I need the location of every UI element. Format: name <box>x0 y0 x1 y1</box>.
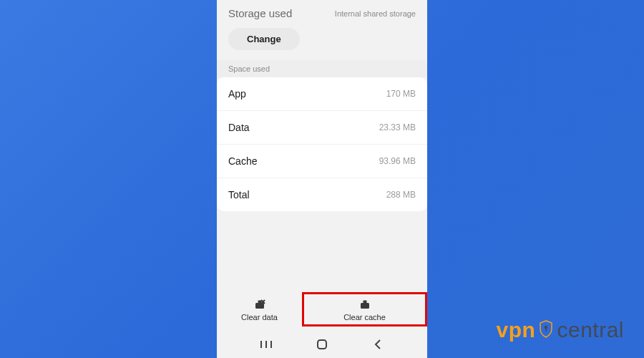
nav-recents-button[interactable] <box>258 337 274 352</box>
android-navbar <box>217 331 427 358</box>
clear-cache-icon <box>358 297 372 311</box>
clear-data-label: Clear data <box>241 313 278 321</box>
row-app-label: App <box>228 88 246 100</box>
storage-header: Storage used Internal shared storage <box>217 0 427 28</box>
space-used-list: App 170 MB Data 23.33 MB Cache 93.96 MB … <box>217 77 427 211</box>
clear-data-button[interactable]: Clear data <box>217 292 302 326</box>
row-data: Data 23.33 MB <box>217 111 427 145</box>
row-total-label: Total <box>228 189 250 200</box>
clear-data-icon <box>253 297 267 311</box>
row-total: Total 288 MB <box>217 178 427 211</box>
row-total-value: 288 MB <box>386 190 416 200</box>
storage-location-label: Internal shared storage <box>335 9 416 18</box>
nav-back-button[interactable] <box>370 337 386 352</box>
clear-cache-label: Clear cache <box>343 313 386 321</box>
watermark-shield-icon <box>538 319 554 342</box>
row-cache-value: 93.96 MB <box>379 156 416 166</box>
watermark: vpn central <box>497 318 624 342</box>
spacer <box>217 211 427 288</box>
svg-rect-11 <box>546 328 547 332</box>
row-data-label: Data <box>228 122 250 133</box>
watermark-central: central <box>557 318 624 342</box>
svg-rect-9 <box>318 340 326 349</box>
change-row: Change <box>217 28 427 60</box>
phone-frame: Storage used Internal shared storage Cha… <box>217 0 427 358</box>
row-cache: Cache 93.96 MB <box>217 145 427 178</box>
space-used-section-label: Space used <box>217 60 427 77</box>
row-app-value: 170 MB <box>386 89 416 99</box>
background: Storage used Internal shared storage Cha… <box>0 0 644 358</box>
change-button[interactable]: Change <box>228 28 300 50</box>
svg-rect-4 <box>361 303 369 309</box>
bottom-actions: Clear data Clear cache <box>217 288 427 331</box>
row-data-value: 23.33 MB <box>379 122 416 132</box>
row-app: App 170 MB <box>217 77 427 111</box>
watermark-vpn: vpn <box>497 318 536 342</box>
page-title: Storage used <box>228 7 292 19</box>
svg-rect-5 <box>363 301 366 304</box>
row-cache-label: Cache <box>228 155 257 167</box>
clear-cache-button[interactable]: Clear cache <box>302 292 427 326</box>
svg-rect-0 <box>255 303 264 309</box>
nav-home-button[interactable] <box>314 337 330 352</box>
